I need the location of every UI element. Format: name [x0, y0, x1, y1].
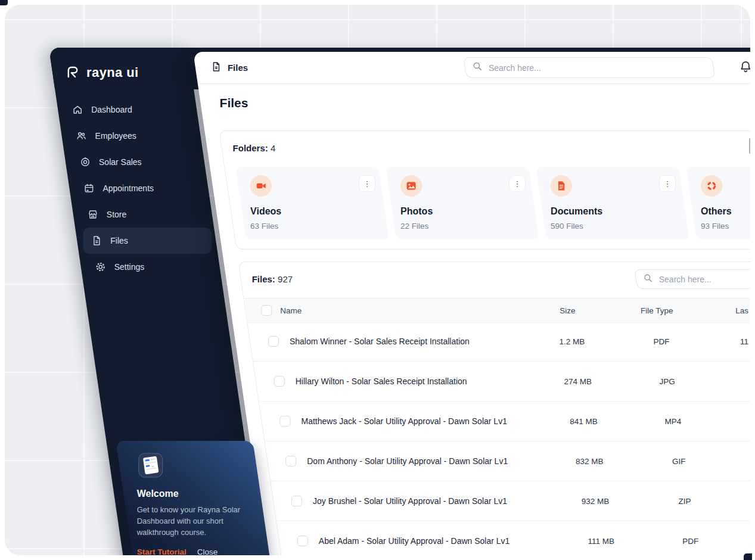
sidebar-item-label: Solar Sales — [99, 157, 142, 167]
welcome-card: Welcome Get to know your Rayna Solar Das… — [116, 441, 274, 555]
search-icon — [473, 61, 483, 74]
sidebar-item-appointments[interactable]: Appointments — [75, 175, 204, 201]
scrollbar-thumb[interactable] — [749, 138, 750, 154]
topbar-section-label: Files — [228, 63, 248, 73]
folders-section: Folders: 4 ⋮ Videos 63 Files — [219, 130, 750, 250]
files-search — [634, 269, 750, 289]
welcome-title: Welcome — [137, 489, 250, 499]
close-link[interactable]: Close — [197, 547, 218, 555]
folder-card-photos[interactable]: ⋮ Photos 22 Files — [386, 167, 539, 239]
folder-card-documents[interactable]: ⋮ Documents 590 Files — [536, 167, 689, 239]
files-search-input[interactable] — [658, 274, 750, 285]
backdrop: rayna ui Dashboard Employees — [5, 5, 750, 555]
sidebar-item-files[interactable]: Files — [83, 228, 212, 254]
folders-count-value: 4 — [271, 143, 275, 153]
start-tutorial-link[interactable]: Start Tutorial — [137, 547, 187, 555]
folder-file-count: 93 Files — [701, 222, 729, 231]
file-type: PDF — [626, 322, 697, 361]
row-checkbox[interactable] — [291, 496, 302, 506]
table-row[interactable]: Matthews Jack - Solar Utility Approval -… — [259, 402, 750, 441]
search-input[interactable] — [487, 63, 706, 73]
folders-label: Folders: — [233, 143, 268, 153]
kebab-menu-icon[interactable]: ⋮ — [509, 175, 526, 192]
folder-card-others[interactable]: ⋮ Others 93 Files — [686, 167, 750, 239]
users-icon — [76, 130, 87, 141]
sidebar-item-label: Files — [110, 236, 128, 245]
sidebar-item-label: Appointments — [102, 183, 154, 193]
row-checkbox[interactable] — [285, 456, 296, 466]
target-icon — [80, 157, 91, 167]
folder-name: Documents — [551, 206, 602, 217]
file-icon — [211, 61, 222, 74]
file-size: 274 MB — [542, 362, 614, 401]
row-checkbox[interactable] — [268, 336, 279, 347]
file-name: Dom Anthony - Solar Utility Approval - D… — [307, 441, 508, 481]
table-row[interactable]: Abel Adam - Solar Utility Approval - Daw… — [276, 521, 750, 555]
circle-segments-icon — [701, 175, 722, 197]
tutorial-preview-icon — [137, 452, 164, 479]
file-type: JPG — [632, 362, 703, 401]
row-checkbox[interactable] — [279, 416, 290, 427]
page-title: Files — [220, 96, 248, 110]
corner-mark-bottom-right — [744, 553, 752, 560]
column-header-last-modified[interactable]: Las — [735, 298, 748, 322]
files-table: Shalom Winner - Solar Sales Receipt Inst… — [247, 322, 750, 555]
table-row[interactable]: Hillary Wilton - Solar Sales Receipt Ins… — [253, 362, 750, 402]
row-checkbox[interactable] — [274, 376, 285, 387]
file-last-modified: 11 — [740, 322, 748, 361]
sidebar-item-dashboard[interactable]: Dashboard — [64, 97, 192, 123]
file-size: 111 MB — [566, 521, 637, 555]
file-type: ZIP — [649, 481, 720, 521]
kebab-menu-icon[interactable]: ⋮ — [659, 175, 676, 192]
column-header-file-type[interactable]: File Type — [621, 298, 692, 322]
image-icon — [400, 175, 422, 197]
rayna-logo-icon — [64, 63, 80, 82]
file-name: Abel Adam - Solar Utility Approval - Daw… — [319, 521, 510, 555]
kebab-menu-icon[interactable]: ⋮ — [359, 175, 375, 192]
select-all-checkbox[interactable] — [261, 305, 272, 316]
sidebar-item-label: Settings — [114, 262, 145, 272]
logo: rayna ui — [64, 63, 139, 82]
row-checkbox[interactable] — [297, 536, 308, 546]
file-type: GIF — [643, 441, 714, 481]
files-count: Files: 927 — [252, 274, 293, 284]
folder-card-videos[interactable]: ⋮ Videos 63 Files — [235, 167, 389, 239]
files-label: Files: — [252, 274, 275, 284]
gear-icon — [95, 262, 106, 272]
folder-name: Videos — [250, 206, 281, 217]
file-icon — [91, 235, 102, 246]
sidebar-item-settings[interactable]: Settings — [87, 254, 216, 280]
global-search — [463, 57, 715, 78]
folder-name: Others — [701, 206, 732, 217]
table-row[interactable]: Joy Brushel - Solar Utility Approval - D… — [271, 481, 750, 521]
sidebar-item-store[interactable]: Store — [79, 201, 208, 228]
bell-icon[interactable] — [739, 60, 750, 74]
file-name: Hillary Wilton - Solar Sales Receipt Ins… — [296, 362, 467, 401]
table-row[interactable]: Shalom Winner - Solar Sales Receipt Inst… — [247, 322, 750, 362]
sidebar-item-label: Dashboard — [91, 105, 132, 114]
sidebar-item-solar-sales[interactable]: Solar Sales — [72, 149, 200, 175]
sidebar-item-label: Store — [107, 210, 126, 219]
topbar-section: Files — [211, 52, 248, 83]
corner-mark-top-left — [0, 0, 8, 5]
topbar: Files — [193, 52, 750, 84]
file-name: Matthews Jack - Solar Utility Approval -… — [301, 402, 507, 441]
table-row[interactable]: Dom Anthony - Solar Utility Approval - D… — [265, 441, 750, 481]
column-header-size[interactable]: Size — [532, 298, 603, 322]
logo-text: rayna ui — [86, 65, 139, 80]
sidebar-nav: Dashboard Employees Solar Sales — [56, 97, 222, 280]
sidebar-item-employees[interactable]: Employees — [68, 123, 197, 149]
file-name: Shalom Winner - Solar Sales Receipt Inst… — [290, 322, 470, 361]
file-type: PDF — [655, 521, 726, 555]
folder-file-count: 590 Files — [551, 222, 583, 231]
column-header-name[interactable]: Name — [280, 298, 302, 322]
document-icon — [551, 175, 572, 197]
file-type: MP4 — [637, 402, 709, 441]
sidebar-item-label: Employees — [95, 131, 136, 141]
folder-file-count: 22 Files — [400, 222, 428, 231]
file-size: 832 MB — [554, 441, 625, 481]
calendar-icon — [83, 183, 94, 194]
welcome-body: Get to know your Rayna Solar Dashboard w… — [137, 505, 249, 539]
folder-file-count: 63 Files — [250, 222, 278, 231]
storefront-icon — [88, 209, 98, 220]
